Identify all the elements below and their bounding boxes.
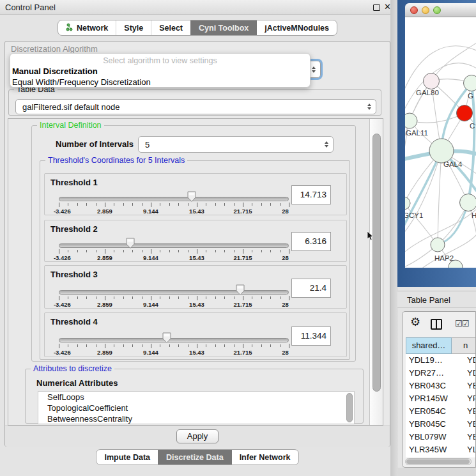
tick xyxy=(197,249,197,254)
threshold-3-value-field[interactable]: 21.4 xyxy=(291,279,331,298)
table-panel-header: Table Panel xyxy=(397,291,476,308)
threshold-4-slider[interactable]: -3.426 2.859 9.144 15.43 21.715 28 xyxy=(59,334,289,356)
cell: YPR145W xyxy=(406,392,452,405)
tab-cyni-toolbox[interactable]: Cyni Toolbox xyxy=(190,20,256,35)
settings-scrollbar-track[interactable] xyxy=(369,119,383,425)
slider-thumb[interactable] xyxy=(162,332,171,344)
list-scrollbar[interactable] xyxy=(346,393,353,422)
slider-track[interactable] xyxy=(59,243,289,248)
tab-impute-data-label: Impute Data xyxy=(104,453,150,462)
bottom-tab-bar: Impute Data Discretize Data Infer Networ… xyxy=(0,449,395,465)
cell: YDR27… xyxy=(406,367,452,380)
list-item[interactable]: BetweennessCentrality xyxy=(38,413,354,424)
cell: YER054C xyxy=(406,405,452,418)
list-item[interactable]: SelfLoops xyxy=(38,392,354,403)
tab-jactivemnodules[interactable]: jActiveMNodules xyxy=(256,20,337,35)
network-canvas[interactable]: GAL80 G C GAL11 GAL4 GCY1 H HAP2 xyxy=(405,17,476,268)
threshold-2-slider[interactable]: -3.426 2.859 9.144 15.43 21.715 28 xyxy=(59,240,289,261)
node-gal11[interactable] xyxy=(405,113,417,128)
tick-label: 28 xyxy=(282,349,289,356)
table-row[interactable]: YDL19…YDL1 xyxy=(406,354,476,367)
tab-style-label: Style xyxy=(124,24,143,33)
threshold-4-value-field[interactable]: 11.344 xyxy=(291,326,331,346)
column-header-shared-name[interactable]: shared… xyxy=(406,337,452,354)
float-window-icon[interactable] xyxy=(373,4,380,11)
node-h[interactable] xyxy=(460,194,476,211)
table-row[interactable]: YIL052CYIL0 xyxy=(406,456,476,457)
table-row[interactable]: YER054CYER0 xyxy=(406,405,476,418)
table-data-section: Table Data galFiltered.sif default node xyxy=(8,89,381,116)
node-g[interactable] xyxy=(464,75,476,91)
close-traffic-light-icon[interactable] xyxy=(410,6,418,14)
tick-label: 2.859 xyxy=(97,254,112,261)
table-data-combobox[interactable]: galFiltered.sif default node xyxy=(15,99,376,114)
checkbox-columns-icon[interactable]: ☑☑ xyxy=(455,319,468,328)
tab-select-label: Select xyxy=(159,24,183,33)
tab-infer-network[interactable]: Infer Network xyxy=(231,450,298,464)
tick-label: 2.859 xyxy=(97,301,112,308)
slider-track[interactable] xyxy=(59,338,289,342)
number-of-intervals-combobox[interactable]: 5 xyxy=(138,136,334,153)
node-gcy1[interactable] xyxy=(405,197,410,210)
tab-discretize-data[interactable]: Discretize Data xyxy=(158,450,231,464)
table-row[interactable]: YLR345WYLR3 xyxy=(406,443,476,456)
tab-network[interactable]: Network xyxy=(58,20,116,35)
tick-label: 9.144 xyxy=(143,208,158,215)
table-row[interactable]: YBR045CYBR0 xyxy=(406,418,476,431)
slider-track[interactable] xyxy=(59,290,289,295)
popup-option-manual-discretization[interactable]: Manual Discretization xyxy=(12,66,98,76)
slider-track[interactable] xyxy=(59,197,289,201)
mouse-cursor-icon xyxy=(367,231,374,244)
node-gal80[interactable] xyxy=(424,73,440,89)
column-header-name[interactable]: n xyxy=(452,337,476,354)
threshold-1-value-field[interactable]: 14.713 xyxy=(291,185,331,204)
settings-scrollbar-thumb[interactable] xyxy=(372,134,381,392)
tick-label: 21.715 xyxy=(233,301,252,308)
tick xyxy=(197,344,197,348)
algorithm-dropdown-popup: Select algorithm to view settings Manual… xyxy=(10,53,311,88)
slider-thumb[interactable] xyxy=(187,191,196,203)
tick xyxy=(289,203,289,207)
tab-impute-data[interactable]: Impute Data xyxy=(96,450,158,464)
cell: YBR045C xyxy=(406,418,452,431)
tick-label: -3.426 xyxy=(54,349,71,356)
tab-style[interactable]: Style xyxy=(116,20,151,35)
slider-thumb[interactable] xyxy=(126,238,135,249)
slider-thumb[interactable] xyxy=(236,284,245,296)
node-gal4[interactable] xyxy=(429,139,454,163)
tick xyxy=(59,203,59,207)
threshold-2-panel: Threshold 2 -3.426 2 xyxy=(44,220,347,262)
threshold-2-value-field[interactable]: 6.316 xyxy=(291,232,331,251)
tick-label: 9.144 xyxy=(143,301,158,308)
combobox-arrows-icon xyxy=(325,141,328,148)
combobox-arrows-icon xyxy=(367,104,371,110)
discretization-algorithm-section-label: Discretization Algorithm xyxy=(11,44,98,54)
minimize-traffic-light-icon[interactable] xyxy=(422,6,429,14)
apply-row: Apply xyxy=(5,426,390,447)
gear-icon[interactable]: ⚙ xyxy=(410,316,420,328)
table-row[interactable]: YBL079WYBL0 xyxy=(406,431,476,443)
split-columns-icon[interactable] xyxy=(431,319,442,330)
node-red-selected[interactable] xyxy=(457,105,473,121)
threshold-2-label: Threshold 2 xyxy=(50,224,98,234)
threshold-1-slider[interactable]: -3.426 2.859 9.144 15.43 21.715 28 xyxy=(59,193,289,215)
network-window-titlebar[interactable] xyxy=(405,3,476,17)
table-hscrollbar-thumb[interactable] xyxy=(406,459,470,464)
tick xyxy=(289,249,289,254)
tick xyxy=(197,296,197,300)
table-hscrollbar-track[interactable] xyxy=(405,458,472,465)
threshold-3-slider[interactable]: -3.426 2.859 9.144 15.43 21.715 28 xyxy=(59,286,289,308)
node-hap2[interactable] xyxy=(431,238,445,252)
list-item[interactable]: TopologicalCoefficient xyxy=(38,403,354,413)
popup-option-equal-width-frequency[interactable]: Equal Width/Frequency Discretization xyxy=(12,77,151,87)
table-row[interactable]: YBR043CYBR0 xyxy=(406,380,476,392)
table-row[interactable]: YPR145WYPR1 xyxy=(406,392,476,405)
tick-label: 15.43 xyxy=(189,208,204,215)
node-label: GAL80 xyxy=(416,89,439,96)
cell: YER0 xyxy=(452,405,476,418)
zoom-traffic-light-icon[interactable] xyxy=(433,6,441,14)
apply-button[interactable]: Apply xyxy=(176,429,219,443)
table-row[interactable]: YDR27…YDR2 xyxy=(406,367,476,380)
tab-select[interactable]: Select xyxy=(151,20,190,35)
background xyxy=(397,468,476,476)
